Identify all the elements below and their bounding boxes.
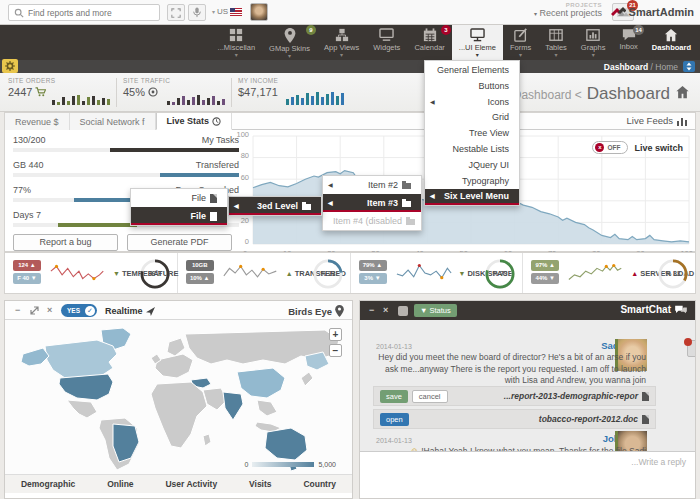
menu-item-3[interactable]: ◀Item #3 (323, 194, 421, 212)
cancel-button[interactable]: cancel (412, 390, 448, 403)
nav-item-calendar[interactable]: 3 Calendar (407, 25, 451, 60)
live-switch-toggle[interactable]: x OFF (592, 141, 628, 154)
caret-left-icon: ◀ (430, 95, 435, 111)
caret-left-icon: ◀ (430, 189, 435, 205)
menu-item-file-2[interactable]: File (131, 207, 227, 225)
svg-text:% 79: % 79 (493, 270, 508, 277)
country-australia (265, 428, 307, 460)
menu-item-buttons[interactable]: Buttons (425, 79, 519, 95)
brand-name: SmartAdmin (629, 6, 694, 18)
menu-item-jquery-ui[interactable]: JQuery UI (425, 158, 519, 174)
nav-item-miscellaneous[interactable]: ...Miscellan▾ (211, 25, 263, 60)
call-icon[interactable] (687, 340, 695, 357)
fullscreen-button[interactable] (167, 4, 185, 21)
open-button[interactable]: open (380, 413, 409, 426)
save-button[interactable]: save (380, 390, 408, 403)
voice-command-button[interactable] (188, 4, 206, 21)
menu-item-general-elements[interactable]: General Elements (425, 63, 519, 79)
country-canada (45, 340, 117, 378)
nav-item-ui-elements[interactable]: ...UI Eleme▾ (452, 25, 503, 60)
map-marker-icon (284, 28, 296, 43)
report-bug-button[interactable]: Report a bug (13, 234, 118, 251)
page-title: My Dashboard < Dashboard (493, 84, 690, 104)
breadcrumb-home[interactable]: Home (655, 62, 678, 72)
calendar-badge: 3 (441, 25, 451, 35)
close-button[interactable]: × (383, 305, 388, 316)
chat-messages[interactable]: 2014-01-13 Sadi Orlaf Hey did you meet t… (360, 320, 695, 451)
stat-site-traffic: SITE TRAFFIC 45% (123, 77, 228, 108)
collapse-button[interactable]: − (15, 305, 20, 316)
nav-item-widgets[interactable]: Widgets (366, 25, 407, 60)
settings-button[interactable] (2, 59, 18, 73)
user-status-icon[interactable] (398, 306, 408, 316)
attachment-filename[interactable]: tobacco-report-2012.doc (539, 414, 649, 424)
country-japan (301, 372, 313, 386)
kpi-gauge: % 33 (657, 258, 689, 290)
search-box[interactable] (8, 4, 160, 21)
menu-item-icons[interactable]: ◀Icons (425, 95, 519, 111)
tab-demographic[interactable]: Demographic (21, 479, 75, 489)
realtime-label: Realtime (105, 306, 155, 316)
tab-visits[interactable]: Visits (249, 479, 272, 489)
kpi-temperature: 124 ▲ F 40 ▼ ▼TEMPERATURE 36°F (5, 253, 178, 293)
menu-item-six-level-menu[interactable]: ◀Six Level Menu (425, 189, 519, 205)
map-zoom-in-button[interactable]: + (329, 328, 342, 341)
kpi-disk-space: 79% ▲ 3% ▼ ▼DISK SPACE % 79 (351, 253, 524, 293)
nav-item-graphs[interactable]: Graphs▾ (574, 25, 613, 60)
chart-y-axis: 100806040200 (229, 131, 249, 245)
kpi-badge: 79% ▲ (359, 260, 387, 271)
menu-item-2[interactable]: ◀Item #2 (323, 176, 421, 194)
tab-country[interactable]: Country (303, 479, 336, 489)
menu-item-3ed-level[interactable]: ◀3ed Level (229, 197, 321, 215)
nav-item-gmap-skins[interactable]: 9 GMap Skins▾ (262, 25, 317, 60)
nav-item-inbox[interactable]: 14 Inbox (612, 25, 644, 60)
generate-pdf-button[interactable]: Generate PDF (127, 234, 232, 251)
nav-item-dashboard[interactable]: Dashboard (645, 25, 698, 60)
expand-button[interactable] (30, 306, 39, 318)
ribbon-refresh-button[interactable] (683, 61, 695, 72)
kpi-badge: 44% ▼ (531, 273, 559, 284)
breadcrumb-current[interactable]: Dashboard (604, 62, 648, 72)
user-avatar[interactable] (250, 3, 268, 21)
search-input[interactable] (28, 8, 154, 18)
stat-value: 2447 (8, 86, 32, 98)
search-icon (14, 8, 24, 18)
chat-panel-title: SmartChat (620, 304, 687, 315)
submenu-level4: File File (130, 188, 228, 226)
panel-tabs: Revenue $ Social Network f Live Stats Li… (5, 113, 695, 130)
status-button[interactable]: ▼ Status (414, 304, 457, 317)
task-progressbar (13, 173, 239, 177)
tab-live-stats[interactable]: Live Stats (156, 113, 233, 130)
country-mexico (67, 400, 97, 418)
nav-item-forms[interactable]: Forms▾ (503, 25, 538, 60)
map-footer-tabs: Demographic Online User Activity Visits … (5, 474, 352, 493)
live-feeds-label[interactable]: Live Feeds (627, 115, 687, 126)
menu-item-file-1[interactable]: File (131, 189, 227, 207)
realtime-toggle[interactable]: YES ✓ (61, 304, 97, 317)
kpi-badge: 124 ▲ (13, 260, 41, 271)
menu-item-tree-view[interactable]: Tree View (425, 126, 519, 142)
tab-revenue[interactable]: Revenue $ (5, 113, 70, 130)
menu-item-nestable-lists[interactable]: Nestable Lists (425, 142, 519, 158)
menu-item-typography[interactable]: Typography (425, 174, 519, 190)
tab-social-network[interactable]: Social Network f (70, 113, 156, 130)
tab-online[interactable]: Online (107, 479, 133, 489)
nav-item-app-views[interactable]: App Views▾ (317, 25, 366, 60)
folder-icon (402, 183, 411, 189)
attachment-filename[interactable]: ...report-2013-demographic-repor (504, 391, 649, 401)
kpi-gauge: % 79 (484, 258, 516, 290)
reply-textarea[interactable] (360, 452, 695, 498)
map-zoom-out-button[interactable]: − (329, 344, 342, 357)
menu-item-grid[interactable]: Grid (425, 110, 519, 126)
close-button[interactable]: × (47, 305, 52, 316)
submenu-level2: ◀Item #2 ◀Item #3 Item #4 (disabled (322, 175, 422, 231)
stat-value: 45% (123, 86, 145, 98)
projects-dropdown[interactable]: PROJECTS ▾ Recent projects (534, 2, 602, 18)
language-selector[interactable]: ▾ US (212, 7, 242, 16)
tab-user-activity[interactable]: User Activity (165, 479, 217, 489)
target-icon (148, 87, 158, 97)
nav-item-tables[interactable]: Tables▾ (538, 25, 574, 60)
file-icon (210, 194, 217, 203)
collapse-button[interactable]: − (369, 305, 374, 316)
world-map[interactable]: + − 0 5,000 (5, 320, 352, 474)
